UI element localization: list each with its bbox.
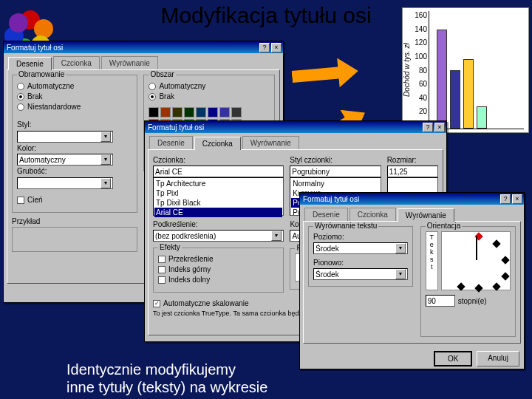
page-footnote: Identycznie modyfikujemy inne tytuły (te… (66, 361, 267, 396)
titlebar[interactable]: Formatuj tytuł osi ? × (4, 41, 283, 53)
chart-preview: Dochód w tys. zł 160140 120100 8060 4020… (402, 7, 529, 133)
border-custom-radio[interactable]: Niestandardowe (17, 103, 132, 111)
horiz-label: Poziomo: (313, 233, 408, 241)
list-item[interactable]: Tp Architecture (154, 179, 282, 188)
preview-box (12, 227, 137, 252)
border-auto-radio[interactable]: Automatyczne (17, 82, 132, 90)
color-swatch[interactable] (184, 107, 194, 117)
color-swatch[interactable] (196, 107, 206, 117)
shadow-check[interactable]: Cień (17, 196, 132, 204)
tab-alignment[interactable]: Wyrównanie (398, 208, 454, 222)
fill-auto-radio[interactable]: Automatyczny (149, 82, 270, 90)
list-item[interactable]: Arial CE (154, 208, 282, 217)
orientation-legend: Orientacja (426, 222, 463, 230)
font-input[interactable]: Arial CE (153, 166, 284, 177)
vert-label: Pionowo: (313, 259, 408, 267)
tab-alignment[interactable]: Wyrównanie (101, 56, 158, 69)
chart-yaxis: 160140 120100 8060 4020 0 (411, 8, 429, 132)
list-item[interactable]: Tp Dixil Black (154, 198, 282, 208)
tab-font[interactable]: Czcionka (349, 208, 396, 221)
font-list[interactable]: Tp Architecture Tp Pixl Tp Dixil Black A… (153, 177, 284, 216)
orientation-text-vertical[interactable]: Tekst (426, 231, 438, 290)
border-legend: Obramowanie (17, 70, 66, 78)
orientation-group: Orientacja Tekst 90 (420, 226, 516, 337)
titlebar[interactable]: Formatuj tytuł osi ? × (145, 121, 446, 133)
fill-none-radio[interactable]: Brak (149, 92, 270, 100)
chart-ylabel: Dochód w tys. zł (403, 8, 411, 132)
weight-label: Grubość: (17, 167, 132, 175)
size-input[interactable]: 11,25 (387, 166, 438, 177)
titlebar-label: Formatuj tytuł osi (5, 44, 258, 52)
color-swatch[interactable] (208, 107, 218, 117)
titlebar-label: Formatuj tytuł osi (301, 195, 499, 203)
close-button[interactable]: × (271, 43, 282, 52)
close-button[interactable]: × (512, 194, 522, 204)
titlebar[interactable]: Formatuj tytuł osi ? × (300, 193, 524, 205)
strike-check[interactable]: Przekreślenie (158, 255, 279, 263)
arrow-indicator-1 (290, 56, 359, 92)
help-button[interactable]: ? (423, 123, 433, 132)
weight-combo[interactable]: ▾ (17, 177, 113, 189)
size-label: Rozmiar: (387, 156, 438, 164)
preview-label: Przykład (12, 217, 137, 225)
cancel-button[interactable]: Anuluj (477, 351, 519, 366)
tab-row: Desenie Czcionka Wyrównanie (145, 133, 446, 149)
effects-legend: Efekty (158, 243, 182, 251)
format-dialog-alignment: Formatuj tytuł osi ? × Desenie Czcionka … (299, 192, 525, 369)
fontstyle-label: Styl czcionki: (290, 156, 381, 164)
style-combo[interactable]: ▾ (17, 131, 113, 143)
tab-row: Desenie Czcionka Wyrównanie (300, 205, 524, 221)
help-button[interactable]: ? (500, 194, 511, 204)
degrees-input[interactable]: 90 (426, 295, 455, 307)
color-swatch[interactable] (160, 107, 171, 117)
color-swatch[interactable] (231, 107, 242, 117)
textalign-legend: Wyrównanie tekstu (313, 222, 378, 230)
border-group: Obramowanie Automatyczne Brak Niestandar… (12, 75, 137, 213)
color-combo[interactable]: Automatyczny▾ (17, 154, 113, 166)
fontstyle-input[interactable]: Pogrubiony (290, 166, 381, 177)
tab-font[interactable]: Czcionka (53, 56, 100, 69)
tab-row: Desenie Czcionka Wyrównanie (4, 53, 283, 69)
horiz-combo[interactable]: Środek▾ (313, 242, 408, 254)
tab-patterns[interactable]: Desenie (304, 208, 348, 221)
button-bar: OK Anuluj (300, 347, 524, 371)
border-none-radio[interactable]: Brak (17, 92, 132, 100)
style-label: Styl: (17, 120, 132, 129)
sub-check[interactable]: Indeks dolny (158, 276, 279, 284)
close-button[interactable]: × (434, 123, 445, 132)
font-label: Czcionka: (153, 156, 284, 164)
color-swatch[interactable] (149, 107, 159, 117)
underline-label: Podkreślenie: (153, 220, 284, 228)
degrees-label: stopni(e) (458, 297, 487, 305)
tab-patterns[interactable]: Desenie (8, 57, 52, 70)
fill-legend: Obszar (149, 70, 175, 78)
tab-alignment[interactable]: Wyrównanie (242, 136, 299, 149)
super-check[interactable]: Indeks górny (158, 265, 279, 273)
color-swatch[interactable] (172, 107, 183, 117)
color-swatch[interactable] (219, 107, 230, 117)
tab-patterns[interactable]: Desenie (149, 136, 193, 149)
help-button[interactable]: ? (259, 43, 270, 52)
color-label: Kolor: (17, 144, 132, 152)
orientation-dial[interactable] (441, 231, 511, 290)
list-item[interactable]: Tp Pixl (154, 188, 282, 198)
tab-font[interactable]: Czcionka (194, 137, 241, 150)
list-item[interactable]: Normalny (291, 179, 379, 188)
effects-group: Efekty Przekreślenie Indeks górny Indeks… (153, 248, 284, 293)
ok-button[interactable]: OK (434, 351, 472, 366)
titlebar-label: Formatuj tytuł osi (146, 123, 421, 132)
vert-combo[interactable]: Środek▾ (313, 268, 408, 280)
underline-combo[interactable]: (bez podkreślenia)▾ (153, 230, 284, 242)
textalign-group: Wyrównanie tekstu Poziomo: Środek▾ Piono… (308, 226, 413, 287)
chart-bars (429, 11, 524, 129)
